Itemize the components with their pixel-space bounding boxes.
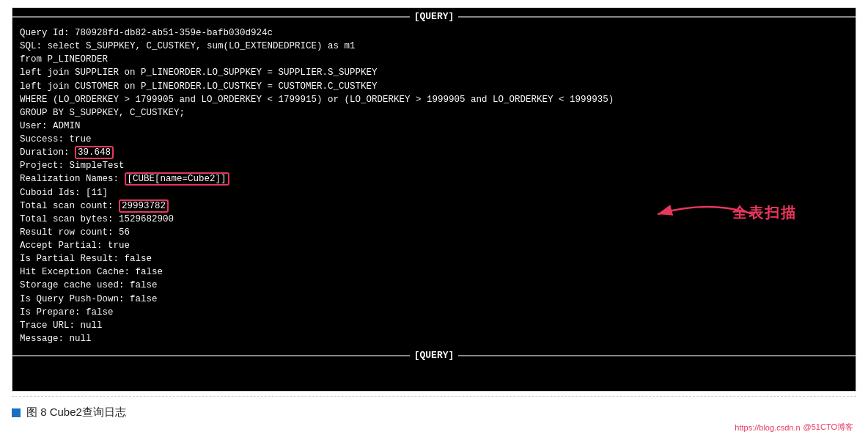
footer-link-row: https://blog.csdn.n @51CTO博客	[12, 421, 856, 433]
terminal-wrapper: [QUERY] Query Id: 780928fd-db82-ab51-359…	[12, 7, 856, 392]
main-container: [QUERY] Query Id: 780928fd-db82-ab51-359…	[0, 0, 868, 440]
divider	[12, 396, 856, 397]
line-scan-bytes: Total scan bytes: 1529682900	[20, 213, 848, 226]
line-project: Project: SimpleTest	[20, 159, 848, 172]
line-accept-partial: Accept Partial: true	[20, 239, 848, 252]
line-trace-url: Trace URL: null	[20, 319, 848, 332]
line-success: Success: true	[20, 133, 848, 146]
terminal-body: Query Id: 780928fd-db82-ab51-359e-bafb03…	[12, 23, 856, 348]
realization-highlight: [CUBE[name=Cube2]]	[125, 172, 229, 186]
terminal-footer-label: [QUERY]	[410, 350, 459, 361]
caption-label: 图 8 Cube2查询日志	[26, 406, 126, 419]
footer-line-right	[458, 355, 856, 356]
line-where: WHERE (LO_ORDERKEY > 1799905 and LO_ORDE…	[20, 93, 848, 106]
line-hit-exception: Hit Exception Cache: false	[20, 265, 848, 279]
line-join2: left join CUSTOMER on P_LINEORDER.LO_CUS…	[20, 80, 848, 93]
line-user: User: ADMIN	[20, 120, 848, 133]
line-realization: Realization Names: [CUBE[name=Cube2]]	[20, 172, 848, 186]
footer-blog-link: https://blog.csdn.n	[735, 423, 800, 432]
line-is-prepare: Is Prepare: false	[20, 306, 848, 319]
line-query-id: Query Id: 780928fd-db82-ab51-359e-bafb03…	[20, 26, 848, 40]
header-line-left	[12, 16, 410, 18]
caption-square-icon	[12, 408, 21, 417]
line-storage-cache: Storage cache used: false	[20, 279, 848, 292]
terminal-header: [QUERY]	[12, 8, 856, 23]
terminal-header-label: [QUERY]	[410, 11, 459, 22]
line-scan-count: Total scan count: 29993782	[20, 199, 848, 213]
caption-row: 图 8 Cube2查询日志	[12, 400, 856, 421]
footer-line-left	[12, 355, 410, 356]
header-line-right	[458, 16, 856, 18]
line-cuboid: Cuboid Ids: [11]	[20, 186, 848, 199]
line-join1: left join SUPPLIER on P_LINEORDER.LO_SUP…	[20, 66, 848, 79]
scan-count-highlight: 29993782	[119, 199, 169, 213]
line-result-row: Result row count: 56	[20, 226, 848, 239]
duration-highlight: 39.648	[75, 146, 114, 159]
line-is-partial: Is Partial Result: false	[20, 252, 848, 265]
line-sql: SQL: select S_SUPPKEY, C_CUSTKEY, sum(LO…	[20, 40, 848, 53]
line-from: from P_LINEORDER	[20, 53, 848, 66]
terminal-footer: [QUERY]	[12, 348, 856, 364]
footer-platform: @51CTO博客	[803, 422, 853, 433]
line-message: Message: null	[20, 332, 848, 345]
line-duration: Duration: 39.648	[20, 146, 848, 159]
line-group: GROUP BY S_SUPPKEY, C_CUSTKEY;	[20, 106, 848, 120]
line-query-pushdown: Is Query Push-Down: false	[20, 293, 848, 306]
